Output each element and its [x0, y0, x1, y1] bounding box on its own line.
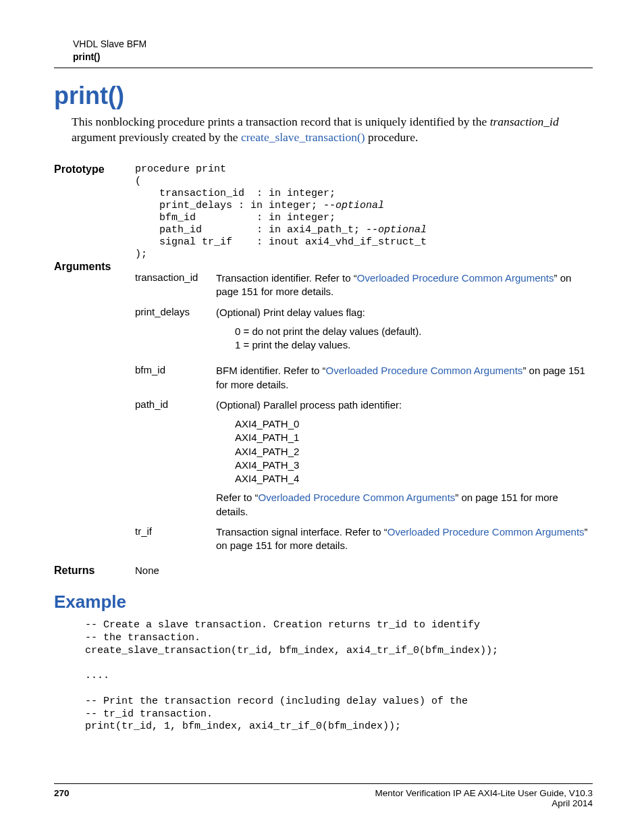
- arguments-table: transaction_id Transaction identifier. R…: [135, 271, 593, 559]
- intro-post: procedure.: [365, 130, 419, 144]
- arguments-cell: transaction_id Transaction identifier. R…: [135, 261, 593, 559]
- returns-label: Returns: [54, 559, 135, 577]
- returns-row: Returns None: [54, 559, 593, 577]
- arg-row-transaction-id: transaction_id Transaction identifier. R…: [135, 271, 593, 306]
- arg-name: bfm_id: [135, 364, 216, 398]
- arg-name: path_id: [135, 398, 216, 525]
- arg-after: Refer to “Overloaded Procedure Common Ar…: [216, 491, 593, 519]
- footer-date: April 2014: [375, 798, 593, 808]
- intro-mid: argument previously created by the: [72, 130, 241, 144]
- arg-name: print_delays: [135, 306, 216, 365]
- intro-link[interactable]: create_slave_transaction(): [241, 130, 365, 144]
- arg-sublist: 0 = do not print the delay values (defau…: [216, 325, 593, 353]
- arg-link[interactable]: Overloaded Procedure Common Arguments: [387, 526, 585, 538]
- example-code: -- Create a slave transaction. Creation …: [54, 619, 593, 733]
- header-section: print(): [73, 51, 593, 63]
- header-chapter: VHDL Slave BFM: [73, 38, 593, 51]
- page-header: VHDL Slave BFM print(): [54, 38, 593, 68]
- sections-table: Prototype procedure print ( transaction_…: [54, 163, 593, 577]
- footer-right: Mentor Verification IP AE AXI4-Lite User…: [375, 788, 593, 808]
- page-title: print(): [54, 82, 593, 110]
- arg-row-bfm-id: bfm_id BFM identifier. Refer to “Overloa…: [135, 364, 593, 398]
- prototype-cell: procedure print ( transaction_id : in in…: [135, 163, 593, 261]
- arg-desc: Transaction signal interface. Refer to “…: [216, 525, 593, 560]
- arg-desc: BFM identifier. Refer to “Overloaded Pro…: [216, 364, 593, 398]
- arg-desc: (Optional) Parallel process path identif…: [216, 398, 593, 525]
- page-footer: 270 Mentor Verification IP AE AXI4-Lite …: [54, 783, 593, 808]
- footer-row: 270 Mentor Verification IP AE AXI4-Lite …: [54, 788, 593, 808]
- arg-row-path-id: path_id (Optional) Parallel process path…: [135, 398, 593, 525]
- arg-row-print-delays: print_delays (Optional) Print delay valu…: [135, 306, 593, 365]
- prototype-label: Prototype: [54, 163, 135, 261]
- footer-page-number: 270: [54, 788, 70, 808]
- arguments-label: Arguments: [54, 261, 135, 559]
- intro-pre: This nonblocking procedure prints a tran…: [72, 115, 490, 128]
- arg-desc: Transaction identifier. Refer to “Overlo…: [216, 271, 593, 306]
- footer-doc-title: Mentor Verification IP AE AXI4-Lite User…: [375, 788, 593, 798]
- returns-value: None: [135, 559, 593, 577]
- arg-name: tr_if: [135, 525, 216, 560]
- arg-name: transaction_id: [135, 271, 216, 306]
- arg-desc: (Optional) Print delay values flag: 0 = …: [216, 306, 593, 365]
- arg-row-tr-if: tr_if Transaction signal interface. Refe…: [135, 525, 593, 560]
- arg-link[interactable]: Overloaded Procedure Common Arguments: [357, 272, 554, 284]
- intro-paragraph: This nonblocking procedure prints a tran…: [54, 114, 593, 146]
- arg-link[interactable]: Overloaded Procedure Common Arguments: [326, 365, 523, 376]
- intro-italic: transaction_id: [490, 115, 559, 128]
- prototype-row: Prototype procedure print ( transaction_…: [54, 163, 593, 261]
- arg-sublist: AXI4_PATH_0 AXI4_PATH_1 AXI4_PATH_2 AXI4…: [216, 417, 593, 486]
- arg-link[interactable]: Overloaded Procedure Common Arguments: [259, 492, 456, 503]
- arguments-row: Arguments transaction_id Transaction ide…: [54, 261, 593, 559]
- example-heading: Example: [54, 592, 593, 613]
- prototype-code: procedure print ( transaction_id : in in…: [135, 163, 593, 261]
